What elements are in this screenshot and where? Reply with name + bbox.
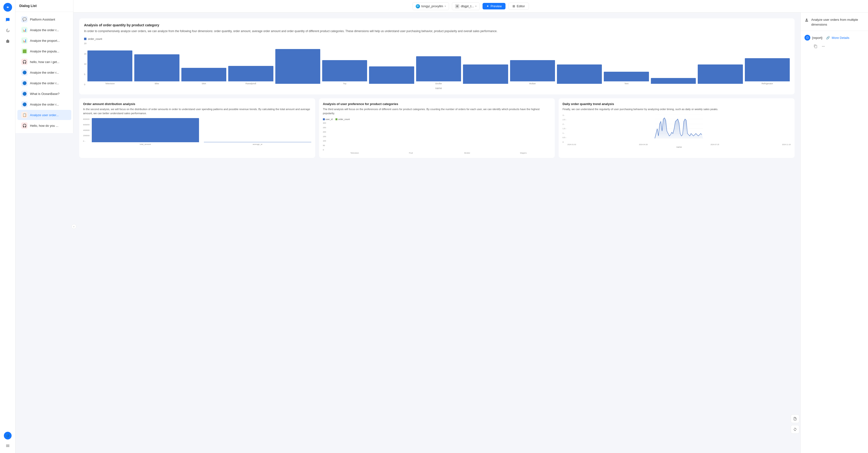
bar-group (651, 78, 696, 85)
sidebar-item-platform-assistant[interactable]: 💬 Platform Assistant (18, 14, 71, 24)
sidebar-item-hello-how-can[interactable]: 🎧 hello, how can i get... (18, 57, 71, 67)
report-actions (812, 43, 864, 50)
sidebar-item-icon-analyze-order-1: 📊 (21, 27, 28, 33)
sidebar-wrapper: Dialog List 💬 Platform Assistant 📊 Analy… (16, 0, 73, 453)
bar-x-label: Television (105, 82, 115, 85)
section2-chart-inner: 0 - 200000 - 400000 - 600000 - 800000 - (83, 118, 311, 145)
bar-group (557, 64, 602, 85)
bar-x-label: Refrigerator (762, 82, 773, 85)
bar (604, 72, 649, 82)
s2-y-axis: 0 - 200000 - 400000 - 600000 - 800000 - (83, 118, 91, 142)
s4-y2: 2 - (562, 123, 566, 125)
history-nav-btn[interactable] (3, 26, 12, 35)
icon-bar: 🔵 (0, 0, 16, 453)
s3-y-150: 150 (323, 135, 326, 138)
bar-group: Skirt (181, 68, 226, 85)
s3-legend-dot1 (323, 118, 325, 120)
refresh-tool-btn[interactable] (791, 425, 799, 434)
s3-legend-dot2 (336, 118, 337, 120)
s3-y-250: 250 (323, 127, 326, 129)
more-action-btn[interactable] (820, 43, 827, 50)
bar (134, 54, 179, 82)
y-label: 0 (84, 83, 87, 86)
sidebar-item-icon-what-is-oceanbase: 🔵 (21, 91, 28, 97)
s3-y-200: 200 (323, 131, 326, 133)
bar-group: Multan (510, 60, 555, 85)
sidebar-item-label-analyze-proport: Analyze the proport... (30, 39, 60, 42)
user-query-icon (804, 18, 809, 24)
s3-chart-body: 0 50 100 150 200 250 300 (323, 122, 551, 154)
sidebar-header: Dialog List (16, 0, 73, 12)
bar-group: Stroller (416, 56, 461, 85)
s3-y-axis: 0 50 100 150 200 250 300 (323, 122, 326, 151)
user-query-text: Analyze user orders from multiple dimens… (811, 18, 864, 27)
sidebar-item-icon-hello-how-can: 🎧 (21, 59, 28, 65)
right-panel-top: Analyze user orders from multiple dimens… (801, 12, 868, 31)
sidebar-item-analyze-popula[interactable]: 🟩 Analyze the popula... (18, 46, 71, 56)
s4-x1: 2024-01-03 (567, 144, 576, 145)
editor-label: Editor (517, 4, 525, 8)
preview-label: Preview (491, 4, 502, 8)
sidebar-item-label-analyze-order-2: Analyze the order r... (30, 71, 59, 74)
bar-x-label: Stroller (435, 82, 442, 85)
sidebar-item-label-what-is-oceanbase: What is OceanBase? (30, 92, 59, 96)
bar-group (463, 64, 508, 85)
menu-btn[interactable] (3, 442, 12, 450)
bar-group (698, 64, 743, 85)
app-logo[interactable] (3, 3, 12, 11)
s3-y-100: 100 (323, 140, 326, 142)
chat-nav-btn[interactable] (3, 15, 12, 24)
s4-y25: 2.5 - (562, 119, 566, 121)
sidebar-item-analyze-user-order[interactable]: 📋 Analyze user order... (18, 110, 71, 120)
bar (651, 78, 696, 84)
icon-bar-bottom: 🔵 (3, 432, 12, 450)
s4-y0: 0 (562, 141, 566, 143)
sidebar-item-hello-how-do-you[interactable]: 🎧 Hello, how do you ... (18, 121, 71, 131)
s4-chart-body: 0 0.5 - 1 - 1.5 - 2 - 2.5 - 3 - (562, 114, 791, 148)
sidebar-item-label-analyze-user-order: Analyze user order... (30, 113, 59, 117)
sidebar-toggle-btn[interactable]: ‹ (71, 224, 76, 229)
sidebar-item-analyze-order-3[interactable]: 🔵 Analyze the order r... (18, 78, 71, 88)
y-label: 10 (84, 63, 87, 65)
s3-x-labels: Television Fruit Stroller Diapers (327, 152, 551, 154)
s2-y-label: 200000 - (83, 134, 91, 137)
section1-desc: In order to comprehensively analyze user… (84, 29, 790, 34)
section2-title: Order amount distribution analysis (83, 102, 311, 106)
model2-label: dbgpt_t... (461, 4, 474, 8)
more-details-link[interactable]: More Details (832, 36, 849, 40)
s3-legend-label2: order_count (338, 118, 350, 121)
model2-selector[interactable]: ⊞ dbgpt_t... ▾ (452, 2, 479, 10)
sidebar-item-analyze-proport[interactable]: 📊 Analyze the proport... (18, 35, 71, 46)
sidebar-item-analyze-order-4[interactable]: 🔵 Analyze the order r... (18, 99, 71, 109)
sidebar-item-what-is-oceanbase[interactable]: 🔵 What is OceanBase? (18, 89, 71, 99)
sidebar-item-icon-analyze-user-order: 📋 (21, 112, 28, 118)
bar-group: Rawalpindi (228, 66, 273, 85)
s3-x2: Fruit (383, 152, 439, 154)
x-axis-label: name (87, 87, 790, 90)
sidebar-item-label-analyze-order-3: Analyze the order r... (30, 82, 59, 85)
document-tool-btn[interactable] (791, 414, 799, 423)
y-axis: 0 5 10 15 20 (84, 42, 87, 86)
bar-chart-body: TelevisionBikeSkirtRawalpindiToyStroller… (87, 42, 790, 90)
s2-x-label2: average_ar (204, 143, 311, 145)
s4-line-area: 2024-01-03 2024-04-28 2024-07-25 2024-11… (567, 114, 791, 148)
sidebar-item-icon-hello-how-do-you: 🎧 (21, 122, 28, 129)
editor-btn[interactable]: ⊞ Editor (508, 3, 529, 10)
s2-bar1 (92, 118, 199, 142)
preview-btn[interactable]: ✦ Preview (483, 3, 505, 9)
sidebar-item-analyze-order-2[interactable]: 🔵 Analyze the order r... (18, 67, 71, 77)
sidebar-item-label-hello-how-do-you: Hello, how do you ... (30, 124, 58, 128)
user-avatar[interactable]: 🔵 (4, 432, 11, 440)
sidebar-item-icon-analyze-order-4: 🔵 (21, 101, 28, 107)
copy-action-btn[interactable] (812, 43, 819, 50)
model1-selector[interactable]: ✦ tongyi_proxyllm ▾ (412, 2, 449, 10)
s3-bars-inner (327, 122, 551, 151)
model1-chevron: ▾ (445, 5, 446, 7)
sidebar-item-analyze-order-1[interactable]: 📊 Analyze the order r... (18, 25, 71, 35)
legend-dot (84, 38, 87, 40)
s3-x4: Diapers (496, 152, 551, 154)
s4-x3: 2024-07-25 (711, 144, 719, 145)
section-order-amount: Order amount distribution analysis In th… (79, 98, 315, 158)
robot-nav-btn[interactable] (3, 37, 12, 45)
s2-x-label1: total_amount (92, 143, 199, 145)
